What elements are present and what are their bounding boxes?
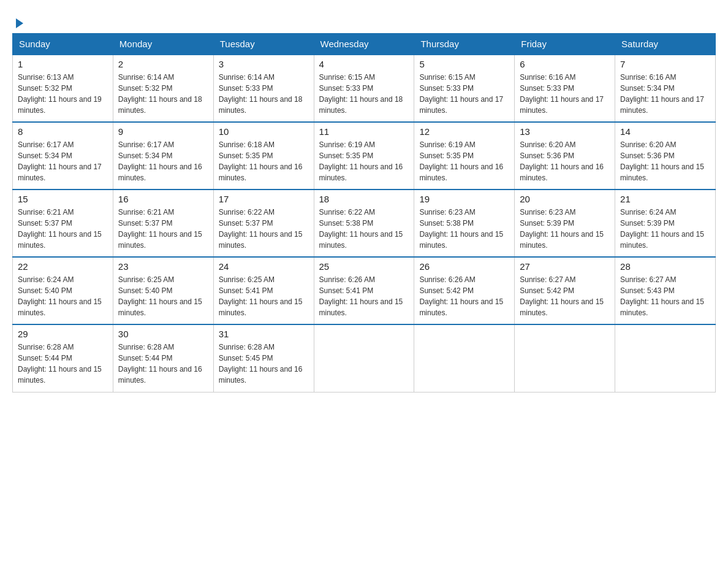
calendar-cell: 4 Sunrise: 6:15 AM Sunset: 5:33 PM Dayli… xyxy=(314,55,414,122)
day-number: 7 xyxy=(620,59,710,69)
day-number: 1 xyxy=(18,59,108,69)
day-number: 24 xyxy=(219,261,309,272)
day-number: 17 xyxy=(219,194,309,204)
day-number: 11 xyxy=(319,126,409,137)
calendar-cell xyxy=(414,324,515,392)
calendar-cell: 13 Sunrise: 6:20 AM Sunset: 5:36 PM Dayl… xyxy=(515,122,615,190)
calendar-cell: 3 Sunrise: 6:14 AM Sunset: 5:33 PM Dayli… xyxy=(213,55,314,122)
day-info: Sunrise: 6:15 AM Sunset: 5:33 PM Dayligh… xyxy=(419,72,509,116)
calendar-cell: 27 Sunrise: 6:27 AM Sunset: 5:42 PM Dayl… xyxy=(515,257,615,324)
logo xyxy=(12,12,27,27)
day-info: Sunrise: 6:22 AM Sunset: 5:38 PM Dayligh… xyxy=(319,207,409,251)
day-info: Sunrise: 6:16 AM Sunset: 5:33 PM Dayligh… xyxy=(520,72,610,116)
day-number: 26 xyxy=(419,261,509,272)
calendar-cell: 26 Sunrise: 6:26 AM Sunset: 5:42 PM Dayl… xyxy=(414,257,515,324)
calendar-week-4: 22 Sunrise: 6:24 AM Sunset: 5:40 PM Dayl… xyxy=(13,257,716,324)
day-number: 14 xyxy=(620,126,710,137)
calendar-header-row: SundayMondayTuesdayWednesdayThursdayFrid… xyxy=(13,34,716,55)
day-info: Sunrise: 6:17 AM Sunset: 5:34 PM Dayligh… xyxy=(18,139,108,183)
day-info: Sunrise: 6:25 AM Sunset: 5:40 PM Dayligh… xyxy=(118,274,208,318)
day-number: 18 xyxy=(319,194,409,204)
day-number: 9 xyxy=(118,126,208,137)
day-number: 30 xyxy=(118,329,208,339)
calendar-cell: 28 Sunrise: 6:27 AM Sunset: 5:43 PM Dayl… xyxy=(615,257,716,324)
calendar-cell: 2 Sunrise: 6:14 AM Sunset: 5:32 PM Dayli… xyxy=(113,55,213,122)
day-number: 15 xyxy=(18,194,108,204)
calendar-cell: 19 Sunrise: 6:23 AM Sunset: 5:38 PM Dayl… xyxy=(414,190,515,257)
calendar-cell: 6 Sunrise: 6:16 AM Sunset: 5:33 PM Dayli… xyxy=(515,55,615,122)
day-number: 29 xyxy=(18,329,108,339)
day-info: Sunrise: 6:24 AM Sunset: 5:40 PM Dayligh… xyxy=(18,274,108,318)
day-number: 12 xyxy=(419,126,509,137)
calendar-cell xyxy=(615,324,716,392)
day-info: Sunrise: 6:19 AM Sunset: 5:35 PM Dayligh… xyxy=(419,139,509,183)
day-info: Sunrise: 6:14 AM Sunset: 5:33 PM Dayligh… xyxy=(219,72,309,116)
day-number: 31 xyxy=(219,329,309,339)
calendar-cell: 20 Sunrise: 6:23 AM Sunset: 5:39 PM Dayl… xyxy=(515,190,615,257)
col-header-saturday: Saturday xyxy=(615,34,716,55)
svg-marker-0 xyxy=(16,18,23,28)
day-number: 27 xyxy=(520,261,610,272)
calendar-cell: 25 Sunrise: 6:26 AM Sunset: 5:41 PM Dayl… xyxy=(314,257,414,324)
day-number: 13 xyxy=(520,126,610,137)
day-info: Sunrise: 6:14 AM Sunset: 5:32 PM Dayligh… xyxy=(118,72,208,116)
day-info: Sunrise: 6:27 AM Sunset: 5:42 PM Dayligh… xyxy=(520,274,610,318)
calendar-cell: 15 Sunrise: 6:21 AM Sunset: 5:37 PM Dayl… xyxy=(13,190,113,257)
day-info: Sunrise: 6:28 AM Sunset: 5:44 PM Dayligh… xyxy=(118,342,208,386)
day-number: 4 xyxy=(319,59,409,69)
col-header-thursday: Thursday xyxy=(414,34,515,55)
col-header-friday: Friday xyxy=(515,34,615,55)
day-info: Sunrise: 6:15 AM Sunset: 5:33 PM Dayligh… xyxy=(319,72,409,116)
calendar-week-2: 8 Sunrise: 6:17 AM Sunset: 5:34 PM Dayli… xyxy=(13,122,716,190)
day-number: 22 xyxy=(18,261,108,272)
calendar-cell: 5 Sunrise: 6:15 AM Sunset: 5:33 PM Dayli… xyxy=(414,55,515,122)
day-number: 10 xyxy=(219,126,309,137)
calendar-cell: 12 Sunrise: 6:19 AM Sunset: 5:35 PM Dayl… xyxy=(414,122,515,190)
day-info: Sunrise: 6:23 AM Sunset: 5:38 PM Dayligh… xyxy=(419,207,509,251)
day-info: Sunrise: 6:28 AM Sunset: 5:45 PM Dayligh… xyxy=(219,342,309,386)
day-info: Sunrise: 6:26 AM Sunset: 5:42 PM Dayligh… xyxy=(419,274,509,318)
day-info: Sunrise: 6:28 AM Sunset: 5:44 PM Dayligh… xyxy=(18,342,108,386)
calendar-week-1: 1 Sunrise: 6:13 AM Sunset: 5:32 PM Dayli… xyxy=(13,55,716,122)
day-info: Sunrise: 6:19 AM Sunset: 5:35 PM Dayligh… xyxy=(319,139,409,183)
page-header xyxy=(12,12,716,27)
day-number: 5 xyxy=(419,59,509,69)
day-info: Sunrise: 6:20 AM Sunset: 5:36 PM Dayligh… xyxy=(620,139,710,183)
calendar-cell: 17 Sunrise: 6:22 AM Sunset: 5:37 PM Dayl… xyxy=(213,190,314,257)
day-info: Sunrise: 6:13 AM Sunset: 5:32 PM Dayligh… xyxy=(18,72,108,116)
calendar-cell: 16 Sunrise: 6:21 AM Sunset: 5:37 PM Dayl… xyxy=(113,190,213,257)
day-number: 6 xyxy=(520,59,610,69)
day-info: Sunrise: 6:18 AM Sunset: 5:35 PM Dayligh… xyxy=(219,139,309,183)
calendar-cell: 21 Sunrise: 6:24 AM Sunset: 5:39 PM Dayl… xyxy=(615,190,716,257)
day-number: 19 xyxy=(419,194,509,204)
calendar-cell: 1 Sunrise: 6:13 AM Sunset: 5:32 PM Dayli… xyxy=(13,55,113,122)
calendar-cell: 24 Sunrise: 6:25 AM Sunset: 5:41 PM Dayl… xyxy=(213,257,314,324)
day-number: 16 xyxy=(118,194,208,204)
day-number: 3 xyxy=(219,59,309,69)
day-info: Sunrise: 6:27 AM Sunset: 5:43 PM Dayligh… xyxy=(620,274,710,318)
calendar-cell: 11 Sunrise: 6:19 AM Sunset: 5:35 PM Dayl… xyxy=(314,122,414,190)
day-number: 21 xyxy=(620,194,710,204)
calendar-cell: 29 Sunrise: 6:28 AM Sunset: 5:44 PM Dayl… xyxy=(13,324,113,392)
col-header-sunday: Sunday xyxy=(13,34,113,55)
calendar-cell: 8 Sunrise: 6:17 AM Sunset: 5:34 PM Dayli… xyxy=(13,122,113,190)
day-number: 28 xyxy=(620,261,710,272)
calendar-cell: 14 Sunrise: 6:20 AM Sunset: 5:36 PM Dayl… xyxy=(615,122,716,190)
day-number: 20 xyxy=(520,194,610,204)
calendar-cell: 22 Sunrise: 6:24 AM Sunset: 5:40 PM Dayl… xyxy=(13,257,113,324)
col-header-monday: Monday xyxy=(113,34,213,55)
calendar-cell: 10 Sunrise: 6:18 AM Sunset: 5:35 PM Dayl… xyxy=(213,122,314,190)
day-number: 8 xyxy=(18,126,108,137)
calendar-cell: 30 Sunrise: 6:28 AM Sunset: 5:44 PM Dayl… xyxy=(113,324,213,392)
day-number: 25 xyxy=(319,261,409,272)
day-info: Sunrise: 6:17 AM Sunset: 5:34 PM Dayligh… xyxy=(118,139,208,183)
calendar-cell xyxy=(314,324,414,392)
calendar-cell: 7 Sunrise: 6:16 AM Sunset: 5:34 PM Dayli… xyxy=(615,55,716,122)
day-info: Sunrise: 6:21 AM Sunset: 5:37 PM Dayligh… xyxy=(18,207,108,251)
day-number: 23 xyxy=(118,261,208,272)
day-info: Sunrise: 6:25 AM Sunset: 5:41 PM Dayligh… xyxy=(219,274,309,318)
day-info: Sunrise: 6:20 AM Sunset: 5:36 PM Dayligh… xyxy=(520,139,610,183)
calendar-week-5: 29 Sunrise: 6:28 AM Sunset: 5:44 PM Dayl… xyxy=(13,324,716,392)
day-info: Sunrise: 6:26 AM Sunset: 5:41 PM Dayligh… xyxy=(319,274,409,318)
day-number: 2 xyxy=(118,59,208,69)
